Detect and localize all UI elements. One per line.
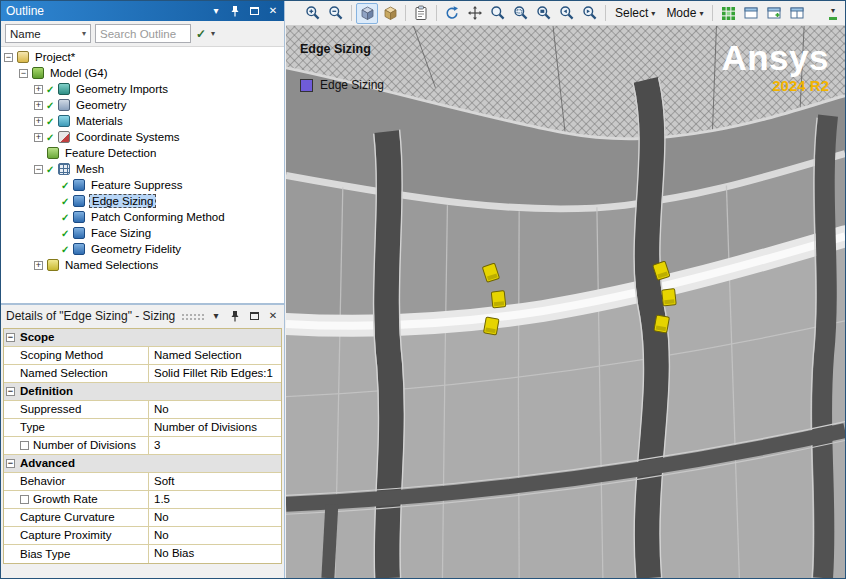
zoom-in-button[interactable]	[302, 3, 324, 24]
previous-view-button[interactable]	[556, 3, 578, 24]
property-value[interactable]: No	[149, 401, 281, 418]
details-section-advanced[interactable]: −Advanced	[4, 455, 281, 473]
zoom-button[interactable]	[487, 3, 509, 24]
property-label: Number of Divisions	[33, 437, 136, 454]
details-section-scope[interactable]: −Scope	[4, 329, 281, 347]
property-label: Bias Type	[20, 546, 70, 563]
filter-check-icon[interactable]: ✓	[195, 27, 207, 41]
checkbox[interactable]	[20, 495, 29, 504]
selection-filter-grid-button[interactable]	[717, 3, 739, 24]
property-value[interactable]: Number of Divisions	[149, 419, 281, 436]
tree-item-model-g4[interactable]: −Model (G4)	[1, 65, 284, 81]
image-capture-button[interactable]	[410, 3, 432, 24]
collapse-icon[interactable]: −	[4, 53, 13, 62]
box-zoom-button[interactable]	[510, 3, 532, 24]
expand-icon[interactable]: +	[34, 261, 43, 270]
tree-item-geometry[interactable]: +✓Geometry	[1, 97, 284, 113]
method-icon	[73, 211, 85, 223]
window-layout-button[interactable]	[786, 3, 808, 24]
pin-icon[interactable]	[229, 310, 241, 322]
property-value[interactable]: Named Selection	[149, 347, 281, 364]
tree-item-label: Materials	[74, 115, 125, 127]
collapse-section-icon[interactable]: −	[6, 387, 15, 396]
tree-item-mesh[interactable]: −✓Mesh	[1, 161, 284, 177]
tree-item-named-selections[interactable]: +Named Selections	[1, 257, 284, 273]
property-label: Suppressed	[20, 401, 81, 418]
details-row-capture-proximity: Capture ProximityNo	[4, 527, 281, 545]
zoom-to-fit-button[interactable]	[533, 3, 555, 24]
legend-swatch	[300, 79, 313, 92]
select-menu-button[interactable]: Select ▾	[610, 3, 660, 24]
collapse-icon[interactable]: −	[34, 165, 43, 174]
tree-item-face-sizing[interactable]: ✓Face Sizing	[1, 225, 284, 241]
details-row-capture-curvature: Capture CurvatureNo	[4, 509, 281, 527]
new-window-button[interactable]	[740, 3, 762, 24]
tree-item-feature-detection[interactable]: Feature Detection	[1, 145, 284, 161]
mode-menu-button[interactable]: Mode ▾	[661, 3, 708, 24]
brand-name: Ansys	[721, 40, 829, 75]
property-value[interactable]: Solid Fillet Rib Edges:1	[149, 365, 281, 382]
property-value[interactable]: No	[149, 509, 281, 526]
collapse-section-icon[interactable]: −	[6, 333, 15, 342]
collapse-icon[interactable]: −	[19, 69, 28, 78]
rotate-button[interactable]	[441, 3, 463, 24]
toolbar-overflow-button[interactable]: ▾	[825, 3, 841, 24]
property-label: Type	[20, 419, 45, 436]
expand-icon[interactable]: +	[34, 101, 43, 110]
expand-icon[interactable]: +	[34, 133, 43, 142]
chevron-down-icon: ▾	[831, 6, 835, 15]
pan-button[interactable]	[464, 3, 486, 24]
chevron-down-icon: ▾	[651, 9, 655, 18]
viewport-3d[interactable]: Edge Sizing Edge Sizing Ansys 2024 R2	[286, 26, 845, 578]
float-icon[interactable]	[248, 310, 260, 322]
name-filter-dropdown[interactable]: Name ▾	[5, 24, 91, 43]
outline-tree: −Project*−Model (G4)+✓Geometry Imports+✓…	[1, 47, 284, 303]
property-value[interactable]: No	[149, 527, 281, 544]
tree-item-project[interactable]: −Project*	[1, 49, 284, 65]
chevron-down-icon: ▾	[82, 29, 86, 38]
filter-options-chevron-icon[interactable]: ▾	[211, 29, 215, 38]
duplicate-window-button[interactable]	[763, 3, 785, 24]
chevron-down-icon: ▾	[699, 9, 703, 18]
details-row-number-of-divisions: Number of Divisions3	[4, 437, 281, 455]
property-value[interactable]: Soft	[149, 473, 281, 490]
panel-menu-icon[interactable]: ▾	[210, 310, 222, 322]
expand-icon[interactable]: +	[34, 117, 43, 126]
close-icon[interactable]: ✕	[267, 310, 279, 322]
tree-item-edge-sizing[interactable]: ✓Edge Sizing	[1, 193, 284, 209]
details-titlebar[interactable]: Details of "Edge Sizing" - Sizing ▾ ✕	[1, 305, 284, 327]
property-value[interactable]: No Bias	[149, 545, 281, 563]
tree-item-materials[interactable]: +✓Materials	[1, 113, 284, 129]
mode-menu-label: Mode	[666, 6, 696, 20]
viewport-annotation-title: Edge Sizing	[300, 42, 371, 56]
look-at-face-button[interactable]	[379, 3, 401, 24]
zoom-out-button[interactable]	[325, 3, 347, 24]
collapse-section-icon[interactable]: −	[6, 459, 15, 468]
outline-titlebar[interactable]: Outline ▾ ✕	[1, 1, 284, 21]
geometry-imports-icon	[58, 83, 70, 95]
details-title: Details of "Edge Sizing" - Sizing	[6, 309, 175, 323]
model-geometry[interactable]	[286, 26, 845, 578]
expand-icon[interactable]: +	[34, 85, 43, 94]
isometric-view-button[interactable]	[356, 3, 378, 24]
status-ok-icon: ✓	[46, 132, 56, 143]
graphics-toolbar: Select ▾ Mode ▾ ▾	[286, 1, 845, 26]
tree-item-coordinate-systems[interactable]: +✓Coordinate Systems	[1, 129, 284, 145]
checkbox[interactable]	[20, 441, 29, 450]
close-icon[interactable]: ✕	[267, 5, 279, 17]
property-value[interactable]: 3	[149, 437, 281, 454]
face-sizing-icon	[73, 227, 85, 239]
details-section-definition[interactable]: −Definition	[4, 383, 281, 401]
pin-icon[interactable]	[229, 5, 241, 17]
tree-item-geometry-fidelity[interactable]: ✓Geometry Fidelity	[1, 241, 284, 257]
tree-item-patch-conforming-method[interactable]: ✓Patch Conforming Method	[1, 209, 284, 225]
tree-item-feature-suppress[interactable]: ✓Feature Suppress	[1, 177, 284, 193]
float-icon[interactable]	[248, 5, 260, 17]
property-value[interactable]: 1.5	[149, 491, 281, 508]
tree-item-label: Mesh	[74, 163, 106, 175]
next-view-button[interactable]	[579, 3, 601, 24]
panel-menu-icon[interactable]: ▾	[210, 5, 222, 17]
overflow-indicator	[829, 17, 837, 20]
tree-item-geometry-imports[interactable]: +✓Geometry Imports	[1, 81, 284, 97]
search-outline-input[interactable]	[95, 24, 191, 43]
